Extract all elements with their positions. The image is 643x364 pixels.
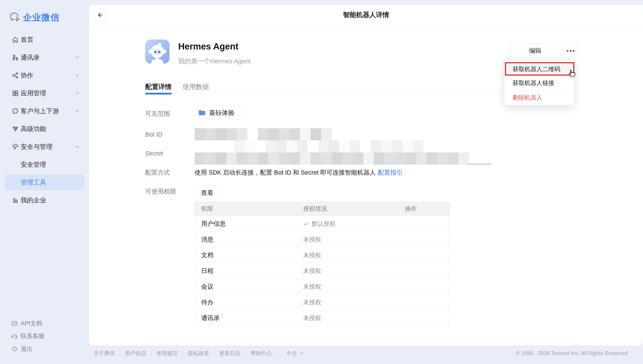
table-row: 文档 未授权	[194, 247, 449, 263]
edit-button[interactable]: 编辑	[509, 44, 561, 58]
footer-link[interactable]: 关于腾讯	[94, 350, 115, 357]
main-panel: 智能机器人详情 H	[89, 5, 643, 346]
collaboration-icon	[12, 72, 19, 79]
robot-avatar	[145, 40, 169, 64]
headset-icon	[11, 333, 18, 340]
sidebar: 企业微信 首页 通讯录 协作	[0, 0, 89, 364]
chevron-down-icon	[299, 351, 304, 356]
table-row: 用户信息 默认授权	[194, 216, 449, 232]
page-footer: 关于腾讯|用户协议|使用规范|隐私政策|更新日志|帮助中心| 中文 © 1998…	[94, 348, 627, 358]
permissions-table: 权限 授权情况 操作 用户信息 默认授权	[194, 202, 450, 326]
page-title: 智能机器人详情	[89, 5, 643, 25]
menu-item-get-link[interactable]: 获取机器人链接	[505, 77, 574, 89]
svg-text:API: API	[13, 322, 16, 324]
chevron-up-icon	[74, 144, 80, 150]
language-selector[interactable]: 中文	[286, 350, 304, 357]
contacts-icon	[12, 54, 19, 61]
home-icon	[12, 36, 19, 44]
cursor-pointer-icon	[567, 68, 576, 80]
secret-label: Secret	[145, 150, 163, 157]
footer-separator: |	[119, 350, 121, 356]
visible-range-chip[interactable]: 嘉钰体验	[194, 106, 241, 119]
view-permissions-button[interactable]: 查看	[194, 186, 220, 200]
footer-separator: |	[213, 350, 215, 356]
tab-usage-data[interactable]: 使用数据	[183, 82, 209, 91]
secret-redacted	[194, 152, 469, 164]
bot-id-label: Bot ID	[145, 131, 162, 138]
power-icon	[11, 346, 18, 352]
menu-divider	[505, 90, 574, 90]
footer-link[interactable]: 隐私政策	[188, 350, 209, 357]
apps-grid-icon	[12, 90, 19, 97]
menu-item-get-qrcode[interactable]: 获取机器人二维码	[505, 64, 574, 75]
footer-link[interactable]: 更新日志	[219, 350, 241, 357]
table-row: 通讯录 未授权	[194, 310, 449, 326]
footer-link[interactable]: 用户协议	[125, 350, 146, 357]
redacted-strip	[234, 140, 423, 152]
app-logo-text: 企业微信	[23, 12, 60, 23]
footer-link[interactable]: 使用规范	[156, 350, 177, 357]
sidebar-item-security[interactable]: 安全与管理	[0, 138, 89, 156]
sidebar-item-logout[interactable]: 退出	[0, 342, 89, 355]
permissions-label: 可使用权限	[145, 187, 176, 196]
chevron-down-icon	[74, 108, 80, 114]
menu-item-delete-robot[interactable]: 删除机器人	[505, 92, 574, 104]
col-grant-status: 授权情况	[303, 205, 405, 213]
more-button[interactable]	[564, 44, 577, 58]
footer-link[interactable]: 帮助中心	[251, 350, 272, 357]
table-row: 日程 未授权	[194, 263, 449, 279]
content-bottom-divider	[145, 337, 576, 337]
copyright-text: © 1998 - 2026 Tencent Inc. All Rights Re…	[516, 350, 627, 356]
sidebar-item-contacts[interactable]: 通讯录	[0, 49, 89, 66]
sidebar-item-customers[interactable]: 客户与上下游	[0, 102, 89, 120]
sidebar-item-api-docs[interactable]: API API文档	[0, 317, 89, 330]
chevron-down-icon	[74, 90, 80, 96]
wecom-logo-icon	[10, 12, 20, 22]
more-options-menu: 获取机器人二维码 获取机器人链接 删除机器人	[504, 60, 574, 105]
footer-links: 关于腾讯|用户协议|使用规范|隐私政策|更新日志|帮助中心| 中文	[94, 350, 304, 357]
app-logo: 企业微信	[10, 12, 60, 23]
page: 企业微信 首页 通讯录 协作	[0, 0, 643, 364]
agent-description: 我的第一个Hermes Agent	[178, 57, 251, 66]
config-guide-link[interactable]: 配置指引	[378, 169, 402, 176]
sidebar-nav: 首页 通讯录 协作	[0, 31, 89, 209]
agent-name: Hermes Agent	[178, 42, 238, 52]
col-actions: 操作	[405, 205, 449, 213]
advanced-features-icon	[12, 125, 19, 133]
enterprise-icon	[12, 196, 19, 204]
chevron-down-icon	[74, 54, 80, 60]
config-method-text: 使用 SDK 启动长连接，配置 Bot ID 和 Secret 即可连接智能机器…	[194, 168, 402, 177]
config-method-label: 配置方式	[145, 168, 170, 177]
visible-range-label: 可见范围	[145, 110, 170, 118]
sidebar-item-support[interactable]: 联系客服	[0, 330, 89, 342]
sidebar-item-my-enterprise[interactable]: 我的企业	[0, 191, 89, 209]
footer-separator: |	[151, 350, 152, 356]
detail-header: 智能机器人详情	[89, 5, 643, 25]
sidebar-item-home[interactable]: 首页	[0, 31, 89, 49]
detail-tabs: 配置详情 使用数据	[145, 82, 209, 91]
table-row: 会议 未授权	[194, 279, 449, 294]
table-header-row: 权限 授权情况 操作	[194, 202, 449, 216]
chat-bubble-icon	[12, 107, 19, 115]
more-options-icon	[567, 50, 568, 52]
sidebar-item-apps[interactable]: 应用管理	[0, 84, 89, 102]
sidebar-item-security-management[interactable]: 安全管理	[0, 156, 89, 174]
sidebar-bottom: API API文档 联系客服 退出	[0, 317, 89, 355]
check-icon	[303, 221, 309, 227]
sidebar-item-collaboration[interactable]: 协作	[0, 66, 89, 84]
footer-separator: |	[182, 350, 183, 356]
table-row: 消息 未授权	[194, 232, 449, 247]
umbrella-icon	[12, 143, 19, 150]
bot-id-redacted	[194, 128, 332, 140]
folder-icon	[198, 110, 206, 116]
active-tab-underline	[145, 93, 172, 94]
chevron-down-icon	[74, 72, 80, 78]
sidebar-item-advanced[interactable]: 高级功能	[0, 120, 89, 138]
footer-separator: |	[276, 350, 278, 356]
sidebar-item-management-tools[interactable]: 管理工具	[0, 174, 89, 191]
tab-config-details[interactable]: 配置详情	[145, 82, 172, 91]
api-doc-icon: API	[11, 320, 18, 327]
footer-separator: |	[245, 350, 246, 356]
redacted-dash	[468, 163, 492, 165]
table-row: 待办 未授权	[194, 294, 449, 310]
